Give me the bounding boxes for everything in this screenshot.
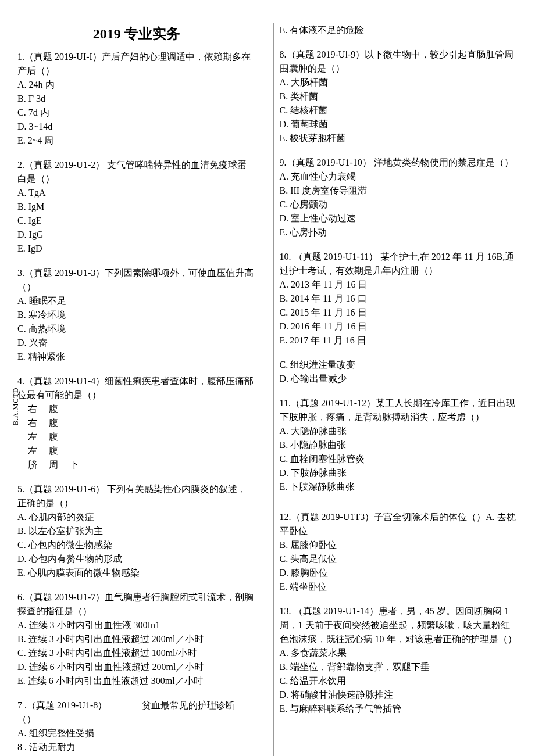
q11-stem: 11.（真题 2019-U1-12）某工人长期在冷库工作，近日出现下肢肿胀，疼痛… [280,396,518,424]
q8-option-c: C. 结核杆菌 [280,103,518,117]
question-6: 6.（真题 2019-U1-7）血气胸患者行胸腔闭式引流术，剖胸探查的指征是（）… [17,590,256,688]
question-13: 13. （真题 2019-U1-14）患者，男，45 岁。因间断胸闷 1 周，1… [280,604,518,716]
q6-option-e: E. 连续 6 小时内引出血性液超过 300ml／小时 [17,674,256,688]
q7-option-c: C. 组织灌注量改变 [280,358,518,372]
q7-option-e: E. 有体液不足的危险 [280,23,518,37]
q6-stem: 6.（真题 2019-U1-7）血气胸患者行胸腔闭式引流术，剖胸探查的指征是（） [17,590,256,618]
q5-option-c: C. 心包内的微生物感染 [17,538,256,552]
q4-row1-left: 右 [28,402,37,416]
q4-row2-left: 右 [28,416,37,430]
q1-option-b: B. Γ 3d [17,92,256,106]
q8-option-e: E. 梭状芽胞杆菌 [280,131,518,145]
q6-option-d: D. 连续 6 小时内引出血性液超过 200ml／小时 [17,660,256,674]
q7-option-b: 8 . 活动无耐力 [17,740,256,754]
q13-option-c: C. 给温开水饮用 [280,674,518,688]
q13-stem: 13. （真题 2019-U1-14）患者，男，45 岁。因间断胸闷 1 周，1… [280,604,518,646]
q5-option-a: A. 心肌内部的炎症 [17,510,256,524]
q10-option-e: E. 2017 年 11 月 16 日 [280,334,518,347]
question-12: 12.（真题 2019-U1T3）子宫全切除术后的体位（）A. 去枕平卧位 B.… [280,510,518,594]
q10-option-c: C. 2015 年 11 月 16 日 [280,306,518,320]
q6-option-b: B. 连续 3 小时内引出血性液超过 200ml／小时 [17,632,256,646]
q4-row3-right: 腹 [49,430,58,444]
q5-stem: 5.（真题 2019-U1-6） 下列有关感染性心内膜炎的叙述，正确的是（） [17,482,256,510]
q1-stem: 1.（真题 2019-UI-I）产后产妇的心理调适中，依赖期多在产后（） [17,50,256,78]
q5-option-d: D. 心包内有赘生物的形成 [17,552,256,566]
q3-option-a: A. 睡眠不足 [17,294,256,308]
q4-last-line: 脐 周 下 [17,458,256,472]
q12-option-d: D. 膝胸卧位 [280,566,518,580]
q11-option-a: A. 大隐静脉曲张 [280,424,518,438]
q8-option-b: B. 类杆菌 [280,89,518,103]
question-2: 2.（真题 2019-U1-2） 支气管哮喘特异性的血清免疫球蛋白是（） A. … [17,158,256,256]
q3-stem: 3.（真题 2019-U1-3）下列因素除哪项外，可使血压值升高（） [17,266,256,294]
q10-option-b: B. 2014 年 11 月 16 口 [280,292,518,306]
q6-option-a: A. 连续 3 小时内引出血性液 300In1 [17,618,256,632]
q9-option-b: B. III 度房室传导阻滞 [280,184,518,198]
q12-stem: 12.（真题 2019-U1T3）子宫全切除术后的体位（）A. 去枕平卧位 [280,510,518,538]
q1-option-c: C. 7d 内 [17,106,256,120]
q9-option-c: C. 心房颤动 [280,198,518,212]
q7-stem-part2: 贫血最常见的护理诊断 [142,700,235,710]
q10-stem: 10. （真题 2019-U1-11） 某个护士,在 2012 年 11 月 1… [280,250,518,278]
question-4: 4.（真题 2019-U1-4）细菌性痢疾患者查体时，腹部压痛部位最有可能的是（… [17,374,256,472]
q7-option-a: A. 组织完整性受损 [17,726,256,740]
question-1: 1.（真题 2019-UI-I）产后产妇的心理调适中，依赖期多在产后（） A. … [17,50,256,148]
q11-option-b: B. 小隐静脉曲张 [280,438,518,452]
q10-option-d: D. 2016 年 11 月 16 日 [280,320,518,334]
q12-option-c: C. 头高足低位 [280,552,518,566]
q7-stem-part3: （） [17,712,256,726]
q7-stem-part1: 7 .（真题 2019-U1-8） [17,700,107,710]
q4-row1-right: 腹 [49,402,58,416]
question-7: 7 .（真题 2019-U1-8）贫血最常见的护理诊断 （） A. 组织完整性受… [17,698,256,754]
q8-stem: 8.（真题 2019-Ul-9）以下微生物中，较少引起直肠肛管周围囊肿的是（） [280,48,518,76]
q11-option-d: D. 下肢静脉曲张 [280,466,518,480]
question-8: 8.（真题 2019-Ul-9）以下微生物中，较少引起直肠肛管周围囊肿的是（） … [280,48,518,145]
q11-option-c: C. 血栓闭塞性脉管炎 [280,452,518,466]
q13-option-d: D. 将硝酸甘油快速静脉推注 [280,688,518,702]
q3-option-e: E. 精神紧张 [17,350,256,364]
q13-option-e: E. 与麻醉科联系给予气管插管 [280,702,518,716]
q3-option-b: B. 寒冷环境 [17,308,256,322]
q3-option-d: D. 兴奋 [17,336,256,350]
q1-option-e: E. 2~4 周 [17,134,256,148]
q1-option-a: A. 24h 内 [17,78,256,92]
q4-rotated-labels: B.A.MCTD [10,388,21,425]
q9-option-e: E. 心房扑动 [280,225,518,239]
question-5: 5.（真题 2019-U1-6） 下列有关感染性心内膜炎的叙述，正确的是（） A… [17,482,256,580]
q3-option-c: C. 高热环境 [17,322,256,336]
q2-stem: 2.（真题 2019-U1-2） 支气管哮喘特异性的血清免疫球蛋白是（） [17,158,256,186]
question-9: 9.（真题 2019-U1-10） 洋地黄类药物使用的禁忌症是（） A. 充血性… [280,156,518,239]
q5-option-e: E. 心肌内膜表面的微生物感染 [17,566,256,580]
q4-row2-right: 腹 [49,416,58,430]
q13-option-a: A. 多食蔬菜水果 [280,646,518,660]
q11-option-e: E. 下肢深静脉曲张 [280,480,518,494]
q1-option-d: D. 3~14d [17,120,256,134]
q2-option-d: D. IgG [17,228,256,242]
q2-option-b: B. IgM [17,200,256,214]
q2-option-e: E. IgD [17,242,256,256]
q4-row4-right: 腹 [49,444,58,458]
q9-stem: 9.（真题 2019-U1-10） 洋地黄类药物使用的禁忌症是（） [280,156,518,170]
question-11: 11.（真题 2019-U1-12）某工人长期在冷库工作，近日出现下肢肿胀，疼痛… [280,396,518,494]
q8-option-d: D. 葡萄球菌 [280,117,518,131]
q4-row3-left: 左 [28,430,37,444]
q12-option-e: E. 端坐卧位 [280,580,518,594]
q2-option-c: C. IgE [17,214,256,228]
question-3: 3.（真题 2019-U1-3）下列因素除哪项外，可使血压值升高（） A. 睡眠… [17,266,256,364]
q5-option-b: B. 以左心室扩张为主 [17,524,256,538]
question-10: 10. （真题 2019-U1-11） 某个护士,在 2012 年 11 月 1… [280,250,518,347]
question-7-e-continued: E. 有体液不足的危险 [280,23,518,37]
q6-option-c: C. 连续 3 小时内引出血性液超过 100ml/小时 [17,646,256,660]
q7-option-d: D. 心输出量减少 [280,372,518,386]
q12-option-b: B. 屈膝仰卧位 [280,538,518,552]
q10-option-a: A. 2013 年 11 月 16 日 [280,278,518,292]
q13-option-b: B. 端坐位，背部靠物支撑，双腿下垂 [280,660,518,674]
q9-option-d: D. 室上性心动过速 [280,212,518,225]
q9-option-a: A. 充血性心力衰竭 [280,170,518,184]
question-7-cd-continued: C. 组织灌注量改变 D. 心输出量减少 [280,358,518,386]
q4-row4-left: 左 [28,444,37,458]
q4-stem: 4.（真题 2019-U1-4）细菌性痢疾患者查体时，腹部压痛部位最有可能的是（… [17,374,256,402]
document-title: 2019 专业实务 [17,23,256,44]
q2-option-a: A. TgA [17,186,256,200]
q8-option-a: A. 大肠杆菌 [280,76,518,89]
